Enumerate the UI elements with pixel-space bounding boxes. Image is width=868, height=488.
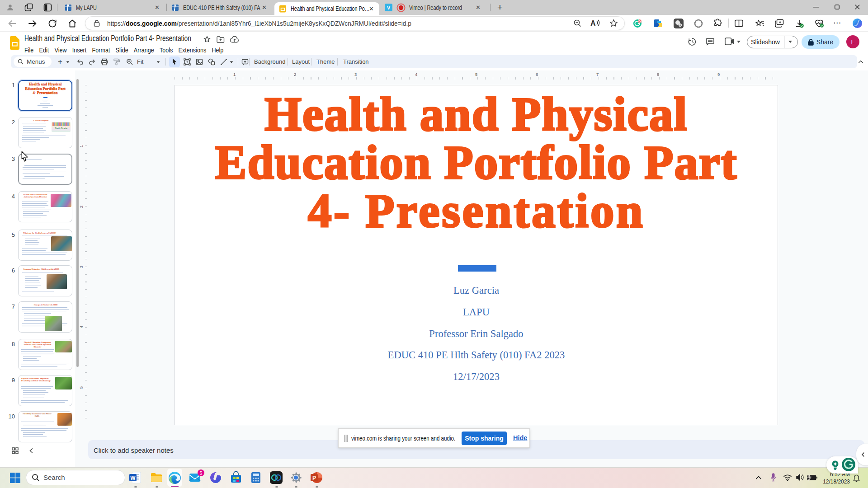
svg-text:v: v	[387, 5, 390, 11]
svg-text:P: P	[312, 475, 316, 481]
svg-text:W: W	[130, 475, 136, 481]
svg-text:A: A	[590, 19, 596, 27]
